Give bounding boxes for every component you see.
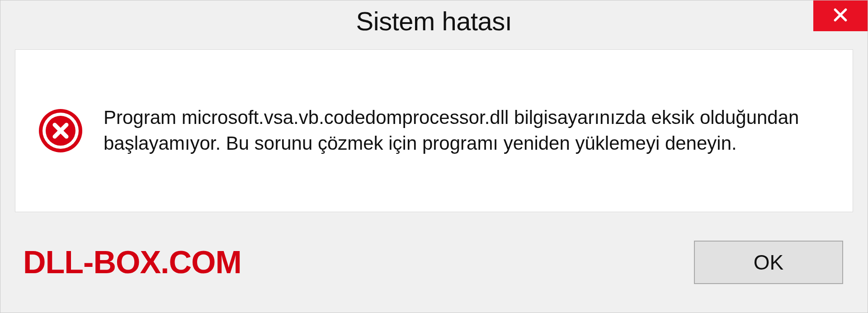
titlebar: Sistem hatası — [0, 0, 868, 41]
close-icon — [831, 6, 849, 26]
dialog-footer: DLL-BOX.COM OK — [0, 212, 868, 313]
error-dialog: Sistem hatası Program microsoft.vsa.vb.c… — [0, 0, 868, 313]
error-message: Program microsoft.vsa.vb.codedomprocesso… — [104, 105, 809, 156]
content-panel: Program microsoft.vsa.vb.codedomprocesso… — [15, 49, 853, 212]
close-button[interactable] — [813, 0, 868, 31]
dialog-title: Sistem hatası — [356, 6, 512, 36]
ok-button[interactable]: OK — [694, 241, 843, 284]
error-icon — [38, 108, 83, 153]
watermark-text: DLL-BOX.COM — [23, 244, 241, 280]
